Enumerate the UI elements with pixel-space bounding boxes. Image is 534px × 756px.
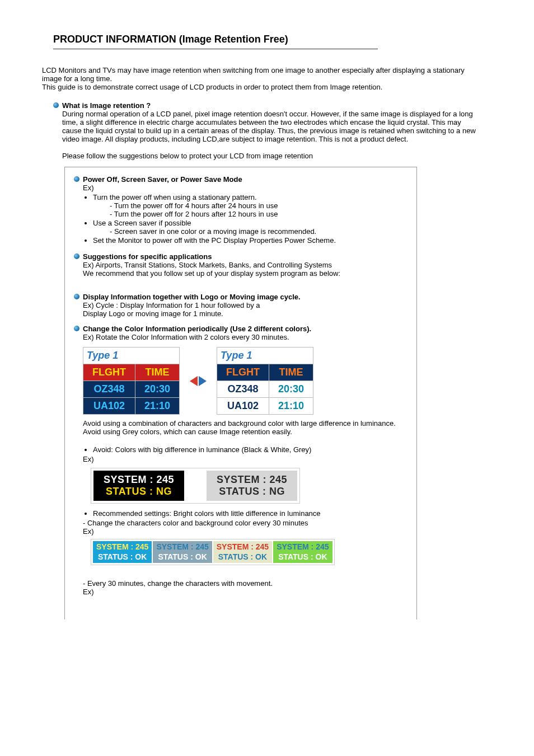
sys-line2: STATUS : NG [217,486,287,497]
sys-line1: SYSTEM : 245 [217,474,287,486]
cell: 20:30 [135,381,180,398]
ok-box: SYSTEM : 245STATUS : OK [273,541,332,563]
power-off-heading: Power Off, Screen Saver, or Power Save M… [83,175,407,184]
col-header: FLGHT [217,364,269,381]
intro-block: LCD Monitors and TVs may have image rete… [42,66,481,91]
section-change-color: Change the Color Information periodicall… [74,325,407,596]
system-box-left: SYSTEM : 245 STATUS : NG [93,471,184,501]
ex-label: Ex) [83,588,407,596]
ok-line2: STATUS : OK [217,552,269,562]
bullet-icon [74,294,79,299]
what-is-body: During normal operation of a LCD panel, … [62,110,481,143]
section-what-is: What is Image retention ? During normal … [53,101,481,160]
ex-label: Ex) [83,184,407,192]
section-display-info: Display Information together with Logo o… [74,293,407,318]
sub-line: - Turn the power off for 2 hours after 1… [110,210,407,218]
cell: UA102 [217,398,269,415]
ex-label: Ex) [83,455,407,463]
text: Ex) Airports, Transit Stations, Stock Ma… [83,261,407,269]
text: Avoid using Grey colors, which can cause… [83,428,407,436]
intro-p1: LCD Monitors and TVs may have image rete… [42,66,465,83]
section-power-off: Power Off, Screen Saver, or Power Save M… [74,175,407,246]
list-item: Use a Screen saver if possible - Screen … [93,219,407,236]
ok-line1: SYSTEM : 245 [217,542,269,552]
text: Avoid using a combination of characters … [83,419,407,428]
bullet-icon [53,102,59,108]
text: Ex) Cycle : Display Information for 1 ho… [83,301,407,309]
ok-line2: STATUS : OK [277,552,329,562]
col-header: FLGHT [83,364,135,381]
list-item: Avoid: Colors with big difference in lum… [93,445,407,454]
flight-table-right: Type 1 FLGHT TIME OZ348 20:30 UA102 21:1… [217,347,313,415]
sys-line1: SYSTEM : 245 [104,474,174,486]
col-header: TIME [269,364,313,381]
section-suggestions: Suggestions for specific applications Ex… [74,252,407,278]
system-row-ok: SYSTEM : 245STATUS : OKSYSTEM : 245STATU… [91,539,335,565]
cell: 21:10 [135,398,180,415]
ok-line2: STATUS : OK [96,552,148,562]
system-row-avoid: SYSTEM : 245 STATUS : NG SYSTEM : 245 ST… [91,468,300,504]
list-item: Set the Monitor to power off with the PC… [93,236,407,245]
change-color-heading: Change the Color Information periodicall… [83,325,407,333]
system-box-right: SYSTEM : 245 STATUS : NG [207,471,297,501]
text: Use a Screen saver if possible [93,219,191,227]
table-caption: Type 1 [83,347,180,364]
cell: OZ348 [83,381,135,398]
text: We recommend that you follow set up of y… [83,269,407,278]
suggestion-box: Power Off, Screen Saver, or Power Save M… [64,167,417,619]
ok-box: SYSTEM : 245STATUS : OK [93,541,152,563]
flight-tables-row: Type 1 FLGHT TIME OZ348 20:30 UA102 21:1… [83,347,407,415]
list-item: Recommended settings: Bright colors with… [93,509,407,518]
display-info-heading: Display Information together with Logo o… [83,293,407,301]
text: Ex) Rotate the Color Information with 2 … [83,333,407,341]
bullet-icon [74,326,79,331]
bullet-icon [74,176,79,182]
cell: 21:10 [269,398,313,415]
ok-box: SYSTEM : 245STATUS : OK [213,541,272,563]
intro-p2: This guide is to demonstrate correct usa… [42,83,382,91]
bullet-icon [74,253,79,259]
ok-line2: STATUS : OK [156,552,208,562]
page-title: PRODUCT INFORMATION (Image Retention Fre… [53,34,481,45]
sub-line: - Turn the power off for 4 hours after 2… [110,201,407,210]
title-rule [53,49,378,49]
ex-label: Ex) [83,527,407,536]
text: Display Logo or moving image for 1 minut… [83,309,407,318]
swap-arrows-icon [190,376,207,386]
ok-line1: SYSTEM : 245 [277,542,329,552]
what-is-heading: What is Image retention ? [62,101,481,110]
sys-line2: STATUS : NG [104,486,174,497]
cell: UA102 [83,398,135,415]
suggestions-heading: Suggestions for specific applications [83,252,407,261]
text: - Change the characters color and backgr… [83,519,407,527]
ok-line1: SYSTEM : 245 [156,542,208,552]
cell: 20:30 [269,381,313,398]
flight-table-left: Type 1 FLGHT TIME OZ348 20:30 UA102 21:1… [83,347,180,415]
what-is-follow: Please follow the suggestions below to p… [62,152,481,160]
text: - Every 30 minutes, change the character… [83,579,407,588]
ok-line1: SYSTEM : 245 [96,542,148,552]
list-item: Turn the power off when using a stationa… [93,193,407,218]
col-header: TIME [135,364,180,381]
ok-box: SYSTEM : 245STATUS : OK [153,541,212,563]
text: Turn the power off when using a stationa… [93,193,257,201]
table-caption: Type 1 [217,347,313,364]
sub-line: - Screen saver in one color or a moving … [110,227,407,236]
cell: OZ348 [217,381,269,398]
